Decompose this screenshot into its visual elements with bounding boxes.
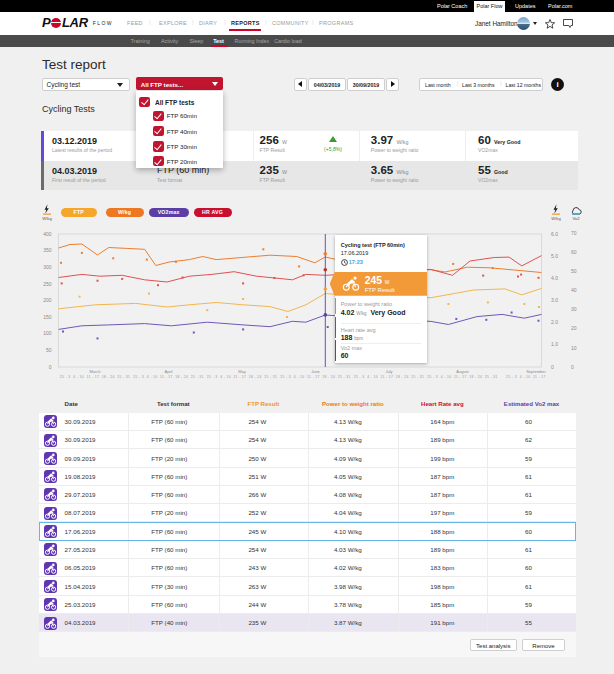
svg-text:0: 0	[551, 364, 554, 370]
svg-text:25 - 3 4 - 10 11 - 17 18 -: 25 - 3 4 - 10 11 - 17 18 - 24 25 - 31	[207, 375, 277, 379]
svg-text:250: 250	[43, 281, 52, 287]
svg-text:30: 30	[571, 306, 577, 312]
svg-text:2.0: 2.0	[551, 319, 558, 325]
svg-text:5.0: 5.0	[551, 253, 558, 259]
svg-text:400: 400	[43, 231, 52, 237]
svg-text:70: 70	[571, 230, 577, 236]
svg-text:July: July	[385, 369, 392, 374]
svg-text:Vo2: Vo2	[572, 216, 580, 221]
svg-text:3.0: 3.0	[551, 297, 558, 303]
svg-text:25 - 3 4 - 10 11 - 17 18 -: 25 - 3 4 - 10 11 - 17 18 - 24 25 - 31	[354, 375, 424, 379]
svg-text:April: April	[164, 369, 172, 374]
svg-text:0: 0	[571, 364, 574, 370]
svg-text:May: May	[238, 369, 246, 374]
svg-text:25 - 3 4 - 10 11 - 17 18 -: 25 - 3 4 - 10 11 - 17 18 - 24 25 - 31	[280, 375, 350, 379]
svg-text:25 - 3 4 - 10 11 - 17 18 -: 25 - 3 4 - 10 11 - 17 18 - 24 25 - 31	[133, 375, 203, 379]
svg-text:March: March	[89, 369, 100, 374]
svg-text:September: September	[526, 369, 546, 374]
svg-text:200: 200	[43, 297, 52, 303]
svg-text:60: 60	[571, 249, 577, 255]
svg-text:150: 150	[43, 314, 52, 320]
svg-text:50: 50	[571, 268, 577, 274]
svg-text:300: 300	[43, 264, 52, 270]
svg-text:June: June	[311, 369, 320, 374]
svg-text:W/kg: W/kg	[42, 216, 52, 221]
svg-text:100: 100	[43, 330, 52, 336]
svg-text:4.0: 4.0	[551, 275, 558, 281]
svg-text:1.0: 1.0	[551, 341, 558, 347]
svg-text:6.0: 6.0	[551, 231, 558, 237]
svg-text:40: 40	[571, 287, 577, 293]
svg-text:20: 20	[571, 325, 577, 331]
svg-text:25 - 3 4 - 10 11 - 17: 25 - 3 4 - 10 11 - 17	[506, 375, 545, 379]
svg-text:350: 350	[43, 247, 52, 253]
svg-text:10: 10	[571, 345, 577, 351]
svg-text:50: 50	[46, 347, 52, 353]
svg-text:25 - 3 4 - 10 11 - 17 18 -: 25 - 3 4 - 10 11 - 17 18 - 24 25 - 31	[60, 375, 130, 379]
svg-text:August: August	[456, 369, 469, 374]
svg-text:25 - 3 4 - 10 11 - 17 18 -: 25 - 3 4 - 10 11 - 17 18 - 24 25 - 31	[427, 375, 497, 379]
svg-text:0: 0	[49, 364, 52, 370]
svg-text:W/kg: W/kg	[551, 216, 561, 221]
